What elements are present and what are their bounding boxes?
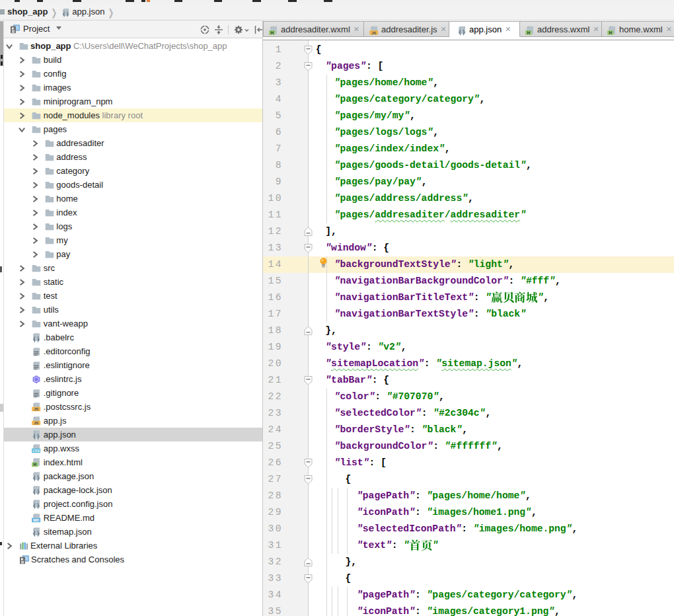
svg-text:JS: JS: [34, 420, 39, 425]
svg-text:H: H: [34, 462, 37, 467]
svg-text:CSS: CSS: [32, 449, 40, 453]
svg-text:JS: JS: [34, 406, 39, 411]
svg-text:MD: MD: [33, 518, 39, 522]
svg-text:H: H: [270, 30, 274, 34]
svg-text:H: H: [527, 30, 530, 34]
svg-text:JS: JS: [371, 30, 377, 34]
svg-text:H: H: [609, 30, 612, 34]
